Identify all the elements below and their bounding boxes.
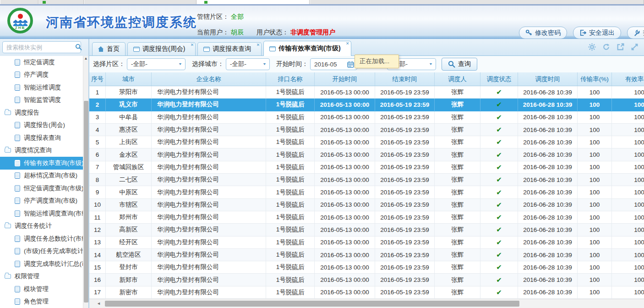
- table-cell: 2016-06-28 10:39: [518, 236, 578, 248]
- column-header[interactable]: 调度人: [435, 72, 480, 86]
- column-header[interactable]: 企业名称: [152, 72, 266, 86]
- tab-调度报表查询[interactable]: 调度报表查询✕: [197, 42, 262, 55]
- browser-tab[interactable]: [84, 0, 196, 4]
- sidebar-item[interactable]: 调度报告(周会): [0, 119, 88, 132]
- table-row[interactable]: 3中牟县华润电力登封有限公司1号脱硫后2016-05-13 00:002016-…: [89, 111, 644, 124]
- logout-button[interactable]: 安全退出: [573, 27, 621, 39]
- sidebar-item[interactable]: 智能运维调度: [0, 81, 88, 94]
- favicon: [43, 1, 46, 4]
- chevron-down-icon: ▼: [429, 62, 433, 66]
- table-cell: 1号脱硫后: [266, 161, 315, 173]
- sidebar-item-label: 超标情况查询(市级): [24, 171, 77, 180]
- start-time-input[interactable]: 2016-05: [310, 58, 357, 70]
- column-header[interactable]: 传输率(%): [578, 72, 612, 86]
- table-cell: 2016-05-13 00:00: [315, 236, 375, 248]
- city-select[interactable]: -全部- ▼: [226, 58, 270, 70]
- scroll-left-arrow[interactable]: ◄: [97, 301, 101, 306]
- table-cell: 2016-06-28 10:39: [518, 148, 578, 160]
- table-row[interactable]: 9中原区华润电力登封有限公司1号脱硫后2016-05-13 00:002016-…: [89, 186, 644, 198]
- table-row[interactable]: 5上街区华润电力登封有限公司1号脱硫后2016-05-13 00:002016-…: [89, 136, 644, 148]
- close-icon[interactable]: ✕: [257, 43, 260, 47]
- browser-tab[interactable]: [310, 0, 644, 4]
- table-row[interactable]: 14航空港区华润电力登封有限公司1号脱硫后2016-05-13 00:00201…: [89, 249, 644, 261]
- sidebar-item[interactable]: 停产调度查询(市级): [0, 195, 88, 208]
- table-cell: 3: [89, 111, 106, 123]
- table-cell: 2016-05-19 23:59: [375, 186, 435, 198]
- table-row[interactable]: 16新郑市华润电力登封有限公司1号脱硫后2016-05-13 00:002016…: [89, 274, 644, 286]
- sidebar-scroll-thumb[interactable]: [84, 101, 88, 302]
- sidebar-item[interactable]: 调度报表查询: [0, 132, 88, 144]
- tech-support-button[interactable]: 技术支持: [627, 27, 644, 39]
- table-cell: 华润电力登封有限公司: [152, 174, 266, 186]
- browser-tab[interactable]: [38, 0, 84, 4]
- table-cell: 1号脱硫后: [266, 148, 315, 160]
- sidebar-item[interactable]: 传输有效率查询(市级): [0, 157, 88, 170]
- column-header[interactable]: 结束时间: [375, 72, 435, 86]
- close-icon[interactable]: ✕: [191, 43, 194, 47]
- sidebar-item[interactable]: 模块管理: [0, 283, 88, 296]
- table-row[interactable]: 13经开区华润电力登封有限公司1号脱硫后2016-05-13 00:002016…: [89, 236, 644, 249]
- table-row[interactable]: 11郑州市华润电力登封有限公司1号脱硫后2016-05-13 00:002016…: [89, 211, 644, 224]
- table-cell: 1号脱硫后: [266, 174, 315, 186]
- sidebar-item[interactable]: 智能运维调度查询(市级: [0, 207, 88, 220]
- table-cell: 100: [578, 224, 612, 236]
- table-cell: 荥阳市: [106, 86, 152, 98]
- column-header[interactable]: 排口名称: [266, 72, 315, 86]
- sidebar-item[interactable]: 权限管理: [0, 270, 88, 283]
- module-search-input[interactable]: [2, 41, 81, 53]
- close-icon[interactable]: ✕: [346, 41, 349, 46]
- sidebar-item[interactable]: 恒定值调度查询(市级): [0, 182, 88, 195]
- expand-icon[interactable]: [631, 43, 639, 51]
- sidebar-item[interactable]: 调度任务统计: [0, 220, 88, 233]
- sidebar-item[interactable]: 调度报告: [0, 106, 88, 119]
- calendar-icon[interactable]: [347, 61, 354, 68]
- column-header[interactable]: 城市: [106, 72, 152, 86]
- table-cell: 100: [578, 249, 612, 261]
- table-cell: 100: [578, 286, 612, 298]
- tab-首页[interactable]: 首页: [92, 42, 126, 55]
- check-icon: ✔: [496, 288, 502, 297]
- column-header[interactable]: 序号: [89, 72, 106, 86]
- scroll-up-arrow[interactable]: ▲: [83, 56, 88, 61]
- column-header[interactable]: 开始时间: [315, 72, 375, 86]
- sidebar-item[interactable]: 调度完成率统计汇总(市: [0, 258, 88, 270]
- table-cell: 华润电力登封有限公司: [152, 186, 266, 198]
- table-cell: 100: [612, 211, 644, 223]
- table-row[interactable]: 12高新区华润电力登封有限公司1号脱硫后2016-05-13 00:002016…: [89, 224, 644, 236]
- open-new-window-icon[interactable]: [617, 43, 624, 51]
- sidebar-item[interactable]: 停产调度: [0, 69, 88, 82]
- tab-传输有效率查询(市级)[interactable]: 传输有效率查询(市级)✕: [263, 41, 351, 56]
- column-header[interactable]: 调度时间: [518, 72, 578, 86]
- refresh-icon[interactable]: [602, 43, 610, 51]
- browser-tab-active[interactable]: [196, 0, 310, 4]
- sidebar-item[interactable]: 智能监管调度: [0, 94, 88, 107]
- area-select[interactable]: -全部- ▼: [127, 58, 186, 70]
- sidebar-item[interactable]: (市级)任务完成率统计: [0, 245, 88, 258]
- column-header[interactable]: 有效率(%): [612, 72, 644, 86]
- column-header[interactable]: 调度状态: [480, 72, 518, 86]
- app-title: 河南省环境监控调度系统: [46, 14, 197, 31]
- horizontal-scroll-thumb[interactable]: [105, 301, 519, 307]
- table-row[interactable]: 8二七区华润电力登封有限公司1号脱硫后2016-05-13 00:002016-…: [89, 174, 644, 186]
- sidebar-item-label: 调度报表查询: [24, 134, 61, 142]
- sidebar-item[interactable]: 角色管理: [0, 296, 88, 308]
- sidebar-item[interactable]: 超标情况查询(市级): [0, 170, 88, 182]
- sidebar-item[interactable]: 恒定值调度: [0, 56, 88, 69]
- table-cell: 张辉: [435, 161, 480, 173]
- table-row[interactable]: 10市辖区华润电力登封有限公司1号脱硫后2016-05-13 00:002016…: [89, 199, 644, 211]
- sidebar-item[interactable]: 调度情况查询: [0, 144, 88, 157]
- table-row[interactable]: 2巩义市华润电力登封有限公司1号脱硫后2016-05-13 00:002016-…: [89, 99, 644, 111]
- table-row[interactable]: 4惠济区华润电力登封有限公司1号脱硫后2016-05-13 00:002016-…: [89, 124, 644, 136]
- gear-icon[interactable]: [588, 43, 596, 51]
- sidebar-item[interactable]: 调度任务总数统计(市级: [0, 232, 88, 245]
- table-row[interactable]: 17新密市华润电力登封有限公司1号脱硫后2016-05-13 00:002016…: [89, 286, 644, 299]
- tab-调度报告(周会)[interactable]: 调度报告(周会)✕: [127, 42, 196, 55]
- change-password-button[interactable]: 修改密码: [519, 27, 567, 39]
- table-row[interactable]: 7管城回族区华润电力登封有限公司1号脱硫后2016-05-13 00:00201…: [89, 161, 644, 174]
- browser-tab[interactable]: [0, 0, 38, 4]
- table-row[interactable]: 6金水区华润电力登封有限公司1号脱硫后2016-05-13 00:002016-…: [89, 148, 644, 161]
- table-row[interactable]: 1荥阳市华润电力登封有限公司1号脱硫后2016-05-13 00:002016-…: [89, 86, 644, 99]
- table-cell: 2016-06-28 10:39: [518, 124, 578, 136]
- query-button[interactable]: 查询: [442, 58, 477, 71]
- table-row[interactable]: 15登封市华润电力登封有限公司1号脱硫后2016-05-13 00:002016…: [89, 261, 644, 274]
